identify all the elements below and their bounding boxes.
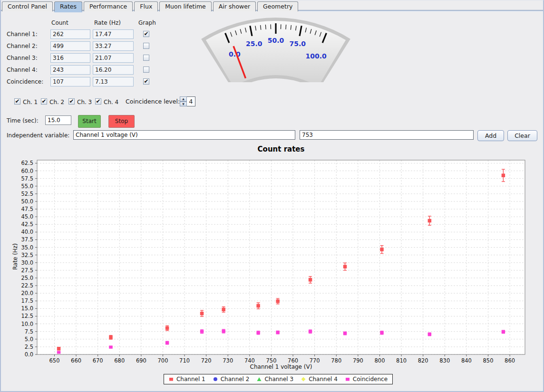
- tab-rates[interactable]: Rates: [54, 1, 82, 11]
- independent-variable-input[interactable]: Channel 1 voltage (V): [73, 130, 295, 140]
- svg-text:55.0: 55.0: [21, 183, 33, 190]
- count-header: Count: [51, 19, 68, 26]
- add-button[interactable]: Add: [477, 130, 504, 141]
- channel-1-count-field[interactable]: 262: [50, 29, 90, 39]
- legend-label: Channel 1: [176, 376, 205, 382]
- legend-label: Coincidence: [353, 376, 388, 382]
- enable-checkbox-ch4[interactable]: ✔: [95, 98, 101, 105]
- channel-2-count-field[interactable]: 499: [50, 41, 90, 51]
- svg-text:5.0: 5.0: [25, 336, 33, 343]
- graph-header: Graph: [138, 19, 156, 26]
- coincidence-rate-field[interactable]: 7.13: [93, 77, 134, 86]
- enable-checkbox-ch2[interactable]: ✔: [41, 98, 47, 105]
- legend-item-channel-4: Channel 4: [301, 376, 338, 382]
- channel-4-rate-field[interactable]: 16.20: [93, 65, 134, 75]
- svg-text:2.5: 2.5: [25, 344, 33, 350]
- svg-text:830: 830: [439, 357, 450, 364]
- legend-label: Channel 4: [309, 376, 338, 382]
- rate-header: Rate (Hz): [94, 19, 121, 26]
- channel-2-rate-field[interactable]: 33.27: [93, 41, 134, 51]
- svg-text:730: 730: [223, 357, 233, 364]
- legend-label: Channel 2: [221, 376, 250, 382]
- svg-text:800: 800: [375, 357, 385, 364]
- svg-text:60.0: 60.0: [21, 168, 33, 174]
- coincidence-level-value[interactable]: 4: [187, 96, 195, 106]
- svg-text:740: 740: [244, 357, 255, 364]
- svg-text:47.5: 47.5: [21, 206, 33, 212]
- spinner-down-button[interactable]: ▼: [180, 102, 187, 107]
- enable-label-ch1: Ch. 1: [23, 99, 38, 105]
- tab-performance[interactable]: Performance: [84, 1, 133, 11]
- coincidence-level-label: Coincidence level:: [126, 98, 180, 105]
- svg-text:25.0: 25.0: [21, 275, 33, 281]
- tab-air-shower[interactable]: Air shower: [213, 1, 256, 11]
- channel-3-rate-field[interactable]: 21.07: [93, 53, 134, 63]
- svg-text:42.5: 42.5: [21, 221, 33, 228]
- enable-label-ch3: Ch. 3: [77, 99, 92, 105]
- svg-text:760: 760: [288, 357, 298, 364]
- tab-geometry[interactable]: Geometry: [257, 1, 298, 11]
- svg-text:75.0: 75.0: [290, 40, 306, 48]
- svg-text:780: 780: [331, 357, 341, 364]
- channel-4-count-field[interactable]: 243: [50, 65, 90, 75]
- independent-variable-label: Independent variable:: [7, 132, 69, 139]
- enable-checkbox-ch1[interactable]: ✔: [14, 98, 20, 105]
- svg-text:100.0: 100.0: [306, 52, 327, 60]
- time-input[interactable]: 15.0: [45, 115, 71, 125]
- chart-legend: Channel 1Channel 2Channel 3Channel 4Coin…: [164, 374, 393, 384]
- tab-muon-lifetime[interactable]: Muon lifetime: [159, 1, 212, 11]
- graph-checkbox-channel-2[interactable]: [143, 43, 149, 49]
- svg-text:7.5: 7.5: [25, 328, 33, 335]
- channel-1-rate-field[interactable]: 17.47: [93, 29, 134, 39]
- svg-text:750: 750: [266, 357, 277, 364]
- legend-item-coincidence: Coincidence: [345, 376, 388, 382]
- tab-control-panel[interactable]: Control Panel: [2, 1, 53, 11]
- svg-text:17.5: 17.5: [21, 297, 33, 304]
- svg-text:32.5: 32.5: [21, 252, 33, 258]
- svg-text:660: 660: [71, 357, 81, 364]
- svg-text:40.0: 40.0: [21, 229, 33, 235]
- coincidence-level-spinner: ▲ ▼ 4: [180, 96, 195, 106]
- svg-text:710: 710: [179, 357, 190, 364]
- svg-text:57.5: 57.5: [21, 175, 33, 182]
- channel-2-label: Channel 2:: [7, 43, 38, 49]
- rate-gauge-dial: 0.025.050.075.0100.0: [201, 16, 351, 82]
- svg-text:790: 790: [353, 357, 363, 364]
- svg-text:820: 820: [418, 357, 428, 364]
- legend-marker-icon: [301, 377, 306, 382]
- legend-marker-icon: [345, 377, 350, 382]
- channel-3-count-field[interactable]: 316: [50, 53, 90, 63]
- clear-button[interactable]: Clear: [507, 130, 537, 141]
- graph-checkbox-channel-4[interactable]: [143, 67, 149, 73]
- graph-checkbox-coincidence[interactable]: ✔: [143, 78, 149, 85]
- svg-text:12.5: 12.5: [21, 313, 33, 319]
- chart-xlabel: Channel 1 voltage (V): [250, 363, 312, 370]
- independent-value-input[interactable]: 753: [300, 130, 474, 140]
- svg-text:10.0: 10.0: [21, 321, 33, 327]
- tab-flux[interactable]: Flux: [134, 1, 158, 11]
- svg-text:62.5: 62.5: [21, 160, 33, 166]
- svg-text:20.0: 20.0: [21, 290, 33, 296]
- spinner-up-button[interactable]: ▲: [180, 96, 187, 102]
- tab-bar: Control Panel Rates Performance Flux Muo…: [2, 1, 298, 11]
- graph-checkbox-channel-1[interactable]: ✔: [143, 31, 149, 37]
- svg-text:22.5: 22.5: [21, 282, 33, 289]
- legend-item-channel-2: Channel 2: [213, 376, 250, 382]
- count-rates-chart: Count rates Rate (Hz) 650660670680690700…: [5, 143, 541, 390]
- svg-text:770: 770: [310, 357, 320, 364]
- rate-gauge: 0.025.050.075.0100.0: [201, 16, 351, 84]
- svg-text:27.5: 27.5: [21, 267, 33, 274]
- start-button[interactable]: Start: [78, 115, 101, 128]
- enable-checkbox-ch3[interactable]: ✔: [68, 98, 75, 105]
- time-label: Time (sec):: [7, 117, 39, 124]
- svg-text:650: 650: [49, 357, 60, 364]
- svg-text:680: 680: [114, 357, 125, 364]
- coincidence-count-field[interactable]: 107: [50, 77, 90, 86]
- enable-label-ch4: Ch. 4: [104, 99, 118, 105]
- graph-checkbox-channel-3[interactable]: [143, 55, 149, 61]
- stop-button[interactable]: Stop: [108, 115, 135, 128]
- svg-text:35.0: 35.0: [21, 244, 33, 251]
- channel-3-label: Channel 3:: [7, 55, 38, 61]
- svg-text:50.0: 50.0: [268, 37, 284, 44]
- svg-text:0.0: 0.0: [25, 351, 33, 358]
